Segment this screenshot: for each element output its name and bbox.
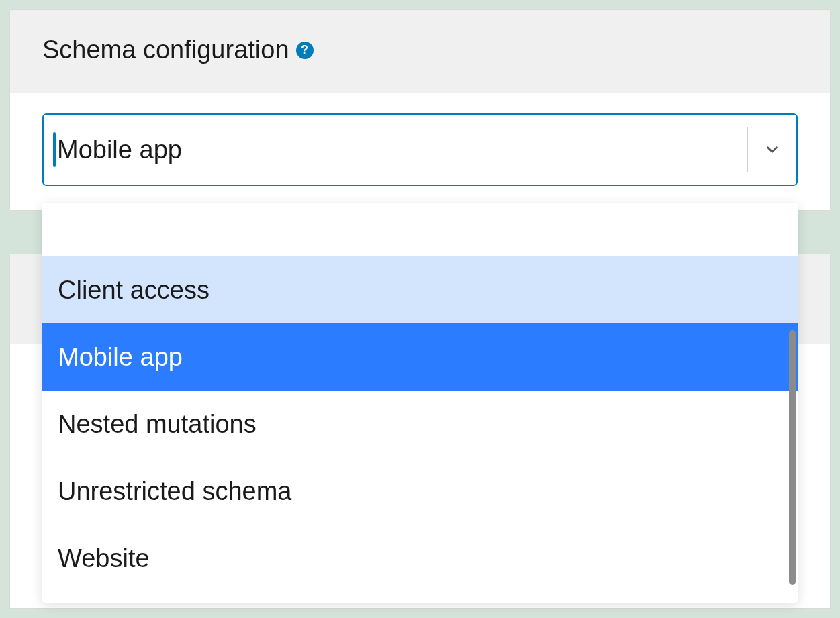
option-label: Unrestricted schema — [58, 477, 291, 506]
option-label: Website — [58, 544, 150, 573]
schema-select[interactable]: Mobile app — [42, 113, 798, 186]
panel-title: Schema configuration ? — [42, 36, 314, 64]
option-client-access[interactable]: Client access — [42, 256, 798, 323]
option-label: Nested mutations — [58, 410, 256, 439]
chevron-down-icon — [763, 141, 781, 158]
panel-header: Schema configuration ? — [10, 10, 830, 93]
option-label: Mobile app — [58, 343, 183, 372]
select-value-text: Mobile app — [57, 136, 182, 164]
option-unrestricted-schema[interactable]: Unrestricted schema — [42, 458, 798, 525]
dropdown-scroll[interactable]: ❌ None Client accessMobile appNested mut… — [42, 209, 798, 592]
option-mobile-app[interactable]: Mobile app — [42, 323, 798, 391]
panel-title-text: Schema configuration — [42, 36, 289, 64]
option-label: Client access — [58, 276, 209, 305]
option-label: None — [80, 209, 141, 214]
panel-body: Mobile app — [10, 93, 830, 210]
select-value-area[interactable]: Mobile app — [44, 115, 747, 185]
select-toggle[interactable] — [748, 115, 796, 185]
help-icon[interactable]: ? — [296, 42, 314, 59]
option-website[interactable]: Website — [42, 525, 798, 592]
scrollbar-thumb[interactable] — [789, 330, 796, 585]
select-dropdown[interactable]: ❌ None Client accessMobile appNested mut… — [42, 203, 798, 603]
schema-config-panel: Schema configuration ? Mobile app — [9, 9, 831, 211]
text-cursor — [53, 132, 56, 167]
option-nested-mutations[interactable]: Nested mutations — [42, 391, 798, 458]
option-none-peek[interactable]: ❌ None — [42, 209, 798, 256]
